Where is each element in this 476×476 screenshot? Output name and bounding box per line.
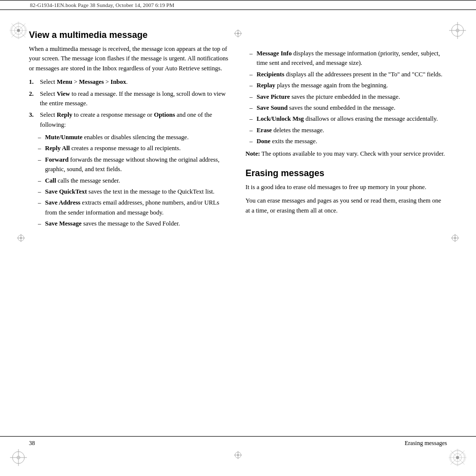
footer: 38 Erasing messages: [0, 436, 476, 447]
step-1-text: Select Menu > Messages > Inbox.: [40, 77, 128, 87]
note-label: Note:: [245, 150, 260, 157]
step-2-num: 2.: [29, 89, 37, 109]
svg-line-34: [451, 462, 458, 466]
option-call: Call calls the message sender.: [34, 176, 231, 186]
option-save-picture: Save Picture saves the picture embedded …: [245, 92, 447, 102]
option-save-address: Save Address extracts email addresses, p…: [34, 198, 231, 218]
option-save-message-text: Save Message saves the message to the Sa…: [45, 219, 180, 229]
crosshair-middle-right: [451, 234, 460, 242]
left-heading: View a multimedia message: [29, 30, 231, 40]
step-3: 3. Select Reply to create a response mes…: [29, 110, 231, 130]
option-save-quicktext-text: Save QuickText saves the text in the mes…: [45, 187, 215, 197]
note-paragraph: Note: The options available to you may v…: [245, 149, 447, 159]
right-options-list: Message Info displays the message inform…: [245, 49, 447, 146]
option-save-picture-text: Save Picture saves the picture embedded …: [256, 92, 400, 102]
option-save-sound-text: Save Sound saves the sound embedded in t…: [256, 103, 395, 113]
footer-section-title: Erasing messages: [405, 440, 447, 447]
corner-decoration-tr: [448, 21, 467, 40]
svg-line-31: [465, 454, 466, 458]
option-replay: Replay plays the message again from the …: [245, 81, 447, 90]
step-1: 1. Select Menu > Messages > Inbox.: [29, 77, 231, 87]
step-1-num: 1.: [29, 77, 37, 87]
option-replay-text: Replay plays the message again from the …: [256, 81, 388, 90]
option-save-sound: Save Sound saves the sound embedded in t…: [245, 103, 447, 113]
svg-line-9: [25, 30, 27, 34]
option-message-info: Message Info displays the message inform…: [245, 49, 447, 68]
option-recipients-text: Recipients displays all the addressees p…: [256, 70, 442, 79]
option-reply-all: Reply All creates a response message to …: [34, 144, 231, 153]
step-2-text: Select View to read a message. If the me…: [40, 89, 231, 109]
crosshair-top-middle: [234, 29, 242, 38]
option-mute-unmute-text: Mute/Unmute enables or disables silencin…: [45, 133, 189, 142]
right-column: Message Info displays the message inform…: [245, 30, 447, 230]
erasing-para1: It is a good idea to erase old messages …: [245, 183, 447, 192]
option-erase: Erase deletes the message.: [245, 126, 447, 135]
svg-line-32: [465, 458, 466, 462]
option-reply-all-text: Reply All creates a response message to …: [45, 144, 181, 153]
svg-line-7: [18, 22, 25, 26]
corner-decoration-bl: [9, 448, 28, 467]
svg-line-13: [10, 26, 11, 30]
option-call-text: Call calls the message sender.: [45, 176, 120, 186]
option-lock-unlock-text: Lock/Unlock Msg disallows or allows eras…: [256, 114, 438, 124]
option-done-text: Done exits the message.: [256, 137, 317, 146]
option-save-quicktext: Save QuickText saves the text in the mes…: [34, 187, 231, 197]
svg-line-10: [18, 34, 25, 39]
option-recipients: Recipients displays all the addressees p…: [245, 70, 447, 79]
option-mute-unmute: Mute/Unmute enables or disables silencin…: [34, 133, 231, 142]
option-forward-text: Forward forwards the message without sho…: [45, 155, 231, 175]
step-3-text: Select Reply to create a response messag…: [40, 110, 231, 130]
step-3-num: 3.: [29, 110, 37, 130]
option-message-info-text: Message Info displays the message inform…: [256, 49, 447, 68]
option-forward: Forward forwards the message without sho…: [34, 155, 231, 175]
step-2: 2. Select View to read a message. If the…: [29, 89, 231, 109]
erasing-para2: You can erase messages and pages as you …: [245, 196, 447, 216]
intro-paragraph: When a multimedia message is received, t…: [29, 44, 231, 73]
left-column: View a multimedia message When a multime…: [29, 30, 231, 230]
erasing-heading: Erasing messages: [245, 168, 447, 179]
left-options-list: Mute/Unmute enables or disables silencin…: [34, 133, 231, 229]
option-lock-unlock: Lock/Unlock Msg disallows or allows eras…: [245, 114, 447, 124]
steps-list: 1. Select Menu > Messages > Inbox. 2. Se…: [29, 77, 231, 130]
main-content: View a multimedia message When a multime…: [0, 15, 476, 240]
corner-decoration-br: [448, 448, 467, 467]
option-save-address-text: Save Address extracts email addresses, p…: [45, 198, 231, 218]
svg-line-14: [11, 22, 18, 26]
svg-line-30: [458, 449, 465, 454]
header-bar: 82-G1934-1EN.book Page 38 Sunday, Octobe…: [0, 0, 476, 10]
svg-line-36: [449, 454, 451, 458]
corner-decoration-tl: [9, 21, 28, 40]
crosshair-middle-left: [16, 234, 25, 242]
svg-line-37: [451, 449, 458, 454]
svg-line-33: [458, 462, 465, 466]
option-save-message: Save Message saves the message to the Sa…: [34, 219, 231, 229]
option-done: Done exits the message.: [245, 137, 447, 146]
svg-line-11: [11, 34, 18, 39]
svg-line-8: [25, 26, 27, 30]
svg-line-35: [449, 458, 451, 462]
option-erase-text: Erase deletes the message.: [256, 126, 324, 135]
svg-line-12: [10, 30, 11, 34]
header-text: 82-G1934-1EN.book Page 38 Sunday, Octobe…: [30, 2, 174, 8]
crosshair-bottom-middle: [234, 451, 242, 460]
footer-page-number: 38: [29, 440, 35, 447]
note-body: The options available to you may vary. C…: [260, 150, 445, 157]
page: 82-G1934-1EN.book Page 38 Sunday, Octobe…: [0, 0, 476, 476]
